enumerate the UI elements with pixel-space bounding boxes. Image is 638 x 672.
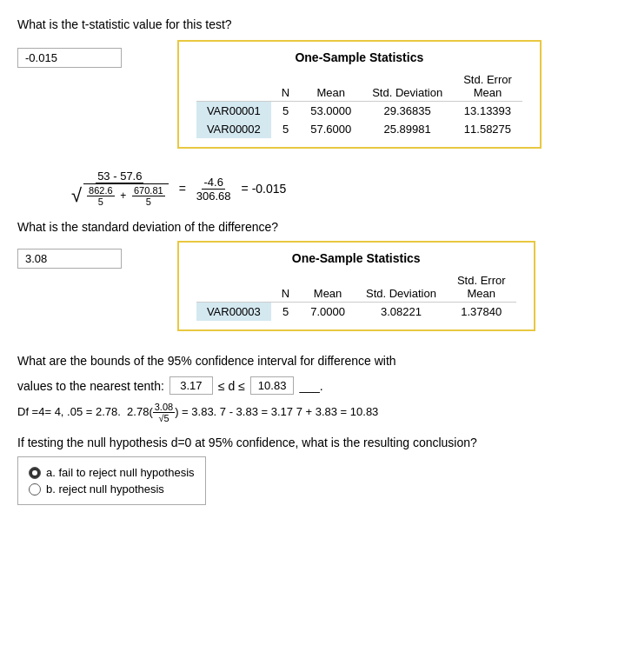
table1-header-stderr: Std. Error Mean bbox=[453, 71, 522, 102]
formula1-fraction: 53 - 57.6 √ 862.6 5 + bbox=[70, 170, 170, 208]
table2-n1: 5 bbox=[271, 303, 300, 322]
radio-circle-a[interactable] bbox=[29, 467, 41, 479]
table1-row-2: VAR00002 5 57.6000 25.89981 11.58275 bbox=[196, 120, 522, 138]
question1-text: What is the t-statistic value for this t… bbox=[17, 17, 621, 31]
table1-stddev2: 25.89981 bbox=[362, 120, 453, 138]
df-fraction: 3.08√5 bbox=[153, 402, 175, 423]
radio-circle-b[interactable] bbox=[29, 483, 41, 496]
formula1-numerator: 53 - 57.6 bbox=[96, 170, 143, 183]
table2-header-stderr: Std. Error Mean bbox=[447, 272, 516, 303]
table1-var2: VAR00002 bbox=[196, 120, 271, 138]
ci-line: values to the nearest tenth: 3.17 ≤ d ≤ … bbox=[17, 376, 621, 395]
sqrt-icon: √ 862.6 5 + 670.81 5 bbox=[71, 183, 169, 208]
table2-stderr1: 1.37840 bbox=[447, 303, 516, 322]
table1-stddev1: 29.36835 bbox=[362, 102, 453, 121]
ci-upper-box[interactable]: 10.83 bbox=[250, 376, 295, 395]
radio-label-a: a. fail to reject null hypothesis bbox=[46, 466, 195, 479]
formula1-line: 53 - 57.6 √ 862.6 5 + bbox=[70, 170, 621, 208]
conclusion-question: If testing the null hypothesis d=0 at 95… bbox=[17, 436, 621, 449]
ci-lower-box[interactable]: 3.17 bbox=[169, 376, 213, 395]
table2-row-1: VAR00003 5 7.0000 3.08221 1.37840 bbox=[196, 303, 516, 322]
df-text-after: ) = 3.83. 7 - 3.83 = 3.17 7 + 3.83 = 10.… bbox=[175, 405, 378, 418]
table1-title: One-Sample Statistics bbox=[196, 50, 522, 64]
table1-header-stddev: Std. Deviation bbox=[362, 71, 453, 102]
table2-var1: VAR00003 bbox=[196, 303, 271, 322]
formula1-section: 53 - 57.6 √ 862.6 5 + bbox=[70, 170, 621, 208]
table1-var1: VAR00001 bbox=[196, 102, 271, 121]
answer1-box[interactable]: -0.015 bbox=[17, 48, 122, 68]
table2-header-mean: Mean bbox=[300, 272, 356, 303]
table1: N Mean Std. Deviation Std. Error Mean VA… bbox=[196, 71, 522, 138]
table1-mean2: 57.6000 bbox=[300, 120, 362, 138]
table1-stderr2: 11.58275 bbox=[453, 120, 522, 138]
table2: N Mean Std. Deviation Std. Error Mean VA… bbox=[196, 272, 516, 321]
table1-stderr1: 13.13393 bbox=[453, 102, 522, 121]
table2-header-empty bbox=[196, 272, 271, 303]
table1-n2: 5 bbox=[271, 120, 300, 138]
df-line: Df =4= 4, .05 = 2.78. 2.78(3.08√5) = 3.8… bbox=[17, 402, 621, 423]
table2-wrapper: One-Sample Statistics N Mean Std. Deviat… bbox=[177, 241, 535, 331]
radio-label-b: b. reject null hypothesis bbox=[46, 482, 164, 496]
table2-header-stddev: Std. Deviation bbox=[356, 272, 447, 303]
formula1-result: = -0.015 bbox=[242, 182, 287, 196]
answer2-box[interactable]: 3.08 bbox=[17, 249, 122, 269]
radio-options: a. fail to reject null hypothesis b. rej… bbox=[17, 456, 206, 505]
table1-header-mean: Mean bbox=[300, 71, 362, 102]
df-text-before: Df =4= 4, .05 = 2.78. 2.78( bbox=[17, 405, 153, 418]
ci-end-blank: ___. bbox=[299, 379, 322, 393]
table1-row-1: VAR00001 5 53.0000 29.36835 13.13393 bbox=[196, 102, 522, 121]
ci-label: values to the nearest tenth: bbox=[17, 379, 164, 393]
table1-header-n: N bbox=[271, 71, 300, 102]
table2-mean1: 7.0000 bbox=[300, 303, 356, 322]
question2-text: What is the standard deviation of the di… bbox=[17, 220, 621, 234]
formula1-neg46-fraction: -4.6 306.68 bbox=[195, 176, 233, 203]
radio-option-a[interactable]: a. fail to reject null hypothesis bbox=[29, 466, 195, 479]
table1-wrapper: One-Sample Statistics N Mean Std. Deviat… bbox=[177, 40, 542, 149]
formula1-denom-a: 862.6 5 bbox=[87, 190, 117, 202]
formula1-denominator: √ 862.6 5 + 670.81 5 bbox=[70, 183, 170, 208]
ci-section: What are the bounds of the 95% confidenc… bbox=[17, 354, 621, 395]
formula1-denom-b: 670.81 5 bbox=[132, 190, 165, 202]
sqrt-content: 862.6 5 + 670.81 5 bbox=[83, 183, 169, 208]
table1-n1: 5 bbox=[271, 102, 300, 121]
table2-header-n: N bbox=[271, 272, 300, 303]
table1-mean1: 53.0000 bbox=[300, 102, 362, 121]
table2-title: One-Sample Statistics bbox=[196, 251, 516, 265]
ci-symbol: ≤ d ≤ bbox=[218, 379, 245, 393]
table1-header-empty bbox=[196, 71, 271, 102]
ci-text-before: What are the bounds of the 95% confidenc… bbox=[17, 354, 621, 368]
table2-stddev1: 3.08221 bbox=[356, 303, 447, 322]
formula1-equals: = bbox=[179, 182, 186, 196]
sqrt-symbol: √ bbox=[71, 187, 82, 204]
radio-option-b[interactable]: b. reject null hypothesis bbox=[29, 482, 195, 496]
